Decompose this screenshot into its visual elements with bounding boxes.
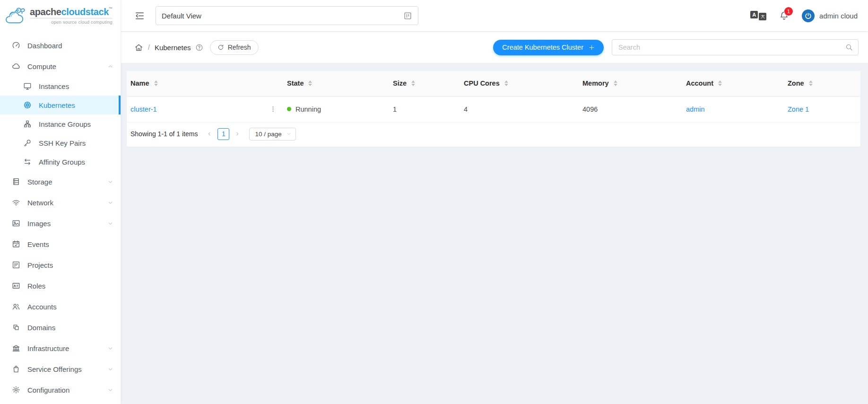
sidebar-item-images[interactable]: Images xyxy=(0,213,121,234)
page-size-value: 10 / page xyxy=(255,131,281,138)
plus-icon xyxy=(589,44,595,51)
refresh-button[interactable]: Refresh xyxy=(210,40,259,55)
refresh-icon xyxy=(217,44,224,51)
translate-icon[interactable]: A xyxy=(750,11,766,20)
sidebar-item-service-offerings[interactable]: Service Offerings xyxy=(0,359,121,379)
sidebar-item-instances[interactable]: Instances xyxy=(0,77,121,96)
sidebar-item-projects[interactable]: Projects xyxy=(0,255,121,275)
kubernetes-wheel-icon xyxy=(23,101,32,109)
column-header-memory[interactable]: Memory xyxy=(579,71,682,96)
next-page-icon[interactable] xyxy=(233,128,242,140)
column-header-state[interactable]: State xyxy=(283,71,389,96)
sidebar-item-infrastructure[interactable]: Infrastructure xyxy=(0,338,121,359)
domains-block-icon xyxy=(12,323,20,332)
sidebar-item-label: Service Offerings xyxy=(27,365,82,373)
sidebar-item-label: Infrastructure xyxy=(27,344,69,352)
notifications-bell[interactable]: 1 xyxy=(779,11,789,21)
sidebar-item-domains[interactable]: Domains xyxy=(0,317,121,338)
configuration-gear-icon xyxy=(12,386,20,394)
chevron-up-icon xyxy=(108,64,113,69)
infrastructure-bank-icon xyxy=(12,344,20,352)
search-input[interactable] xyxy=(617,43,845,52)
network-wifi-icon xyxy=(12,198,20,207)
breadcrumb-separator: / xyxy=(148,44,150,51)
project-view-icon xyxy=(403,11,412,20)
pagination: Showing 1-1 of 1 items 1 10 / page xyxy=(127,123,860,147)
prev-page-icon[interactable] xyxy=(205,128,214,140)
page-size-select[interactable]: 10 / page xyxy=(249,128,295,141)
storage-hdd-icon xyxy=(12,177,20,186)
zone-link[interactable]: Zone 1 xyxy=(788,105,809,113)
size-value: 1 xyxy=(389,96,460,122)
cluster-name-link[interactable]: cluster-1 xyxy=(130,105,157,113)
sidebar-item-label: Roles xyxy=(27,282,45,290)
table-header-row: Name State Size CPU Cores Memory Account… xyxy=(127,71,860,96)
sidebar-item-roles[interactable]: Roles xyxy=(0,275,121,296)
user-avatar-icon xyxy=(802,9,815,22)
ssh-key-icon xyxy=(23,139,32,147)
column-header-zone[interactable]: Zone xyxy=(784,71,860,96)
account-link[interactable]: admin xyxy=(686,105,705,113)
kubernetes-list-card: Name State Size CPU Cores Memory Account… xyxy=(127,71,860,147)
search-box xyxy=(612,39,859,55)
cloudstack-logo[interactable]: apachecloudstack™ open source cloud comp… xyxy=(0,0,121,31)
sidebar-item-label: Projects xyxy=(27,261,53,269)
chevron-down-icon xyxy=(108,387,113,393)
accounts-team-icon xyxy=(12,302,20,311)
sidebar-menu: Dashboard Compute Instances Kubernetes I… xyxy=(0,31,121,400)
search-icon[interactable] xyxy=(845,44,853,51)
column-header-name[interactable]: Name xyxy=(127,71,283,96)
current-page-button[interactable]: 1 xyxy=(217,128,229,140)
affinity-swap-icon xyxy=(23,158,32,166)
view-selector-value: Default View xyxy=(162,12,201,20)
sort-carets-icon xyxy=(614,80,617,86)
sidebar-item-label: Images xyxy=(27,220,51,228)
sidebar-item-compute[interactable]: Compute xyxy=(0,56,121,77)
sidebar-item-label: Instance Groups xyxy=(39,120,91,128)
chevron-down-icon xyxy=(286,132,291,136)
sidebar: apachecloudstack™ open source cloud comp… xyxy=(0,0,121,404)
sidebar-item-affinity-groups[interactable]: Affinity Groups xyxy=(0,152,121,171)
content-area: Name State Size CPU Cores Memory Account… xyxy=(121,63,868,404)
sidebar-item-label: SSH Key Pairs xyxy=(39,139,86,147)
sidebar-item-events[interactable]: Events xyxy=(0,234,121,255)
column-header-cpu-cores[interactable]: CPU Cores xyxy=(460,71,579,96)
sidebar-item-configuration[interactable]: Configuration xyxy=(0,379,121,400)
sidebar-item-network[interactable]: Network xyxy=(0,192,121,213)
sort-carets-icon xyxy=(411,80,415,86)
sidebar-item-label: Compute xyxy=(27,62,56,70)
refresh-label: Refresh xyxy=(228,44,251,51)
column-header-account[interactable]: Account xyxy=(682,71,784,96)
dashboard-gauge-icon xyxy=(12,41,20,50)
sidebar-collapse-icon[interactable] xyxy=(134,10,145,21)
sidebar-item-accounts[interactable]: Accounts xyxy=(0,296,121,317)
sidebar-item-kubernetes[interactable]: Kubernetes xyxy=(0,96,121,114)
chevron-down-icon xyxy=(108,367,113,372)
brand-tagline: open source cloud computing xyxy=(30,18,113,25)
state-value: Running xyxy=(295,105,321,113)
column-header-size[interactable]: Size xyxy=(389,71,460,96)
chevron-down-icon xyxy=(108,346,113,351)
brand-name: apachecloudstack™ xyxy=(30,7,113,17)
create-kubernetes-cluster-button[interactable]: Create Kubernetes Cluster xyxy=(493,40,604,55)
home-icon[interactable] xyxy=(134,43,143,52)
sidebar-item-label: Affinity Groups xyxy=(39,158,85,166)
running-status-dot xyxy=(287,107,291,111)
kubernetes-table: Name State Size CPU Cores Memory Account… xyxy=(127,71,860,123)
help-question-icon[interactable] xyxy=(195,44,203,52)
view-selector[interactable]: Default View xyxy=(156,6,418,25)
breadcrumb-bar: / Kubernetes Refresh Create Kubernetes C… xyxy=(121,31,868,63)
sidebar-item-dashboard[interactable]: Dashboard xyxy=(0,35,121,56)
sidebar-item-label: Network xyxy=(27,199,53,207)
chevron-down-icon xyxy=(108,221,113,226)
pagination-summary: Showing 1-1 of 1 items xyxy=(130,130,198,138)
sidebar-item-label: Accounts xyxy=(27,303,57,311)
instances-monitor-icon xyxy=(23,82,32,90)
sidebar-item-storage[interactable]: Storage xyxy=(0,171,121,192)
user-menu[interactable]: admin cloud xyxy=(802,9,858,22)
sidebar-item-ssh-key-pairs[interactable]: SSH Key Pairs xyxy=(0,133,121,152)
sidebar-item-label: Instances xyxy=(39,82,69,90)
sidebar-item-label: Kubernetes xyxy=(39,101,75,109)
sidebar-item-instance-groups[interactable]: Instance Groups xyxy=(0,114,121,133)
row-actions-kebab-icon[interactable] xyxy=(269,105,277,113)
